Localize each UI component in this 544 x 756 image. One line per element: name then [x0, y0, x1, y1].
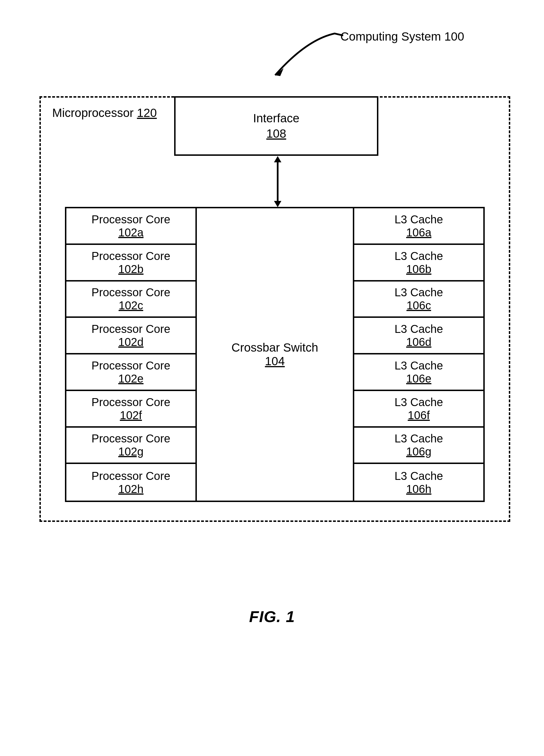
processor-core-number: 102c [119, 299, 143, 312]
processor-core-number: 102g [118, 445, 144, 458]
l3-cache-label: L3 Cache [394, 286, 443, 299]
processor-core-block: Processor Core 102a [66, 208, 197, 245]
l3-cache-number: 106b [406, 263, 431, 276]
main-architecture-block: Processor Core 102a Processor Core 102b … [65, 207, 485, 502]
l3-cache-label: L3 Cache [394, 469, 443, 482]
processor-core-block: Processor Core 102f [66, 391, 197, 428]
l3-cache-column: L3 Cache 106a L3 Cache 106b L3 Cache 106… [353, 208, 483, 501]
l3-cache-label: L3 Cache [394, 213, 443, 226]
processor-core-label: Processor Core [92, 359, 171, 372]
interface-block: Interface 108 [174, 96, 378, 156]
processor-core-number: 102a [118, 226, 144, 239]
processor-core-label: Processor Core [92, 322, 171, 335]
l3-cache-block: L3 Cache 106h [353, 464, 483, 501]
processor-core-block: Processor Core 102g [66, 428, 197, 464]
l3-cache-block: L3 Cache 106c [353, 282, 483, 318]
bidirectional-arrow-icon [273, 156, 282, 207]
interface-label: Interface [253, 112, 299, 125]
processor-core-number: 102d [118, 335, 144, 348]
processor-core-block: Processor Core 102c [66, 282, 197, 318]
l3-cache-number: 106e [406, 372, 431, 385]
crossbar-number: 104 [265, 354, 285, 368]
callout-arrow-icon [264, 28, 360, 77]
l3-cache-label: L3 Cache [394, 396, 443, 409]
processor-core-label: Processor Core [92, 286, 171, 299]
l3-cache-number: 106f [408, 409, 430, 422]
l3-cache-label: L3 Cache [394, 322, 443, 335]
crossbar-switch-block: Crossbar Switch 104 [197, 208, 353, 501]
l3-cache-number: 106d [406, 335, 431, 348]
l3-cache-block: L3 Cache 106f [353, 391, 483, 428]
l3-cache-number: 106c [406, 299, 431, 312]
l3-cache-number: 106a [406, 226, 431, 239]
processor-core-number: 102f [120, 409, 142, 422]
l3-cache-label: L3 Cache [394, 249, 443, 263]
processor-core-label: Processor Core [92, 396, 171, 409]
page: Computing System 100 Microprocessor 120 … [0, 0, 544, 756]
crossbar-label: Crossbar Switch [232, 341, 318, 354]
processor-core-number: 102b [118, 263, 144, 276]
processor-core-block: Processor Core 102h [66, 464, 197, 501]
interface-number: 108 [266, 127, 286, 140]
microprocessor-container: Microprocessor 120 Interface 108 Process… [39, 96, 510, 522]
l3-cache-label: L3 Cache [394, 359, 443, 372]
l3-cache-block: L3 Cache 106d [353, 318, 483, 354]
l3-cache-block: L3 Cache 106e [353, 354, 483, 391]
svg-marker-2 [274, 156, 281, 162]
processor-core-number: 102h [118, 482, 144, 495]
l3-cache-block: L3 Cache 106a [353, 208, 483, 245]
processor-core-block: Processor Core 102d [66, 318, 197, 354]
processor-core-label: Processor Core [92, 432, 171, 445]
microprocessor-label: Microprocessor 120 [52, 106, 157, 120]
processor-core-label: Processor Core [92, 213, 171, 226]
processor-core-number: 102e [118, 372, 144, 385]
processor-core-column: Processor Core 102a Processor Core 102b … [66, 208, 197, 501]
l3-cache-label: L3 Cache [394, 432, 443, 445]
l3-cache-block: L3 Cache 106b [353, 245, 483, 282]
microprocessor-number: 120 [137, 106, 157, 119]
l3-cache-number: 106h [406, 482, 431, 495]
figure-caption: FIG. 1 [0, 607, 544, 626]
processor-core-block: Processor Core 102e [66, 354, 197, 391]
l3-cache-block: L3 Cache 106g [353, 428, 483, 464]
processor-core-label: Processor Core [92, 249, 171, 263]
processor-core-label: Processor Core [92, 469, 171, 482]
l3-cache-number: 106g [406, 445, 431, 458]
microprocessor-label-text: Microprocessor [52, 106, 134, 119]
svg-marker-3 [274, 201, 281, 207]
processor-core-block: Processor Core 102b [66, 245, 197, 282]
